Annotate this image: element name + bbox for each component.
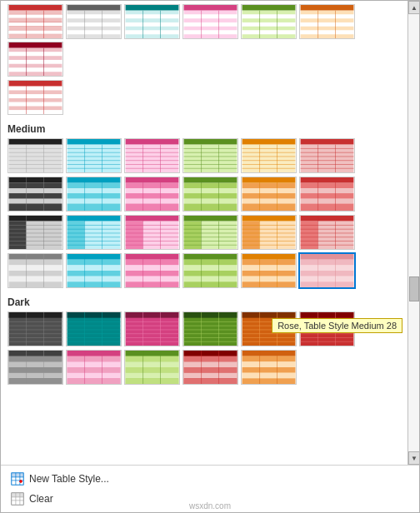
table-thumb[interactable]	[182, 177, 238, 212]
svg-rect-273	[68, 265, 121, 271]
svg-rect-16	[68, 5, 121, 11]
table-thumb[interactable]	[124, 350, 180, 385]
svg-rect-293	[184, 276, 238, 282]
table-styles-panel: Medium	[0, 0, 420, 513]
table-thumb[interactable]	[124, 138, 180, 173]
svg-rect-326	[68, 312, 121, 318]
table-thumb[interactable]	[182, 311, 238, 346]
table-thumb[interactable]	[182, 350, 238, 385]
table-thumb[interactable]	[299, 177, 355, 212]
table-thumb[interactable]	[8, 4, 63, 39]
table-thumb[interactable]	[124, 177, 180, 212]
svg-rect-307	[301, 254, 354, 260]
svg-rect-155	[68, 177, 121, 183]
svg-rect-281	[126, 260, 179, 266]
svg-rect-61	[301, 27, 354, 31]
svg-rect-188	[301, 183, 354, 189]
svg-rect-299	[242, 260, 296, 266]
table-thumb[interactable]	[299, 215, 355, 250]
table-thumb[interactable]	[241, 253, 297, 288]
svg-rect-413	[242, 356, 296, 362]
table-thumb[interactable]	[182, 253, 238, 288]
svg-rect-157	[68, 188, 121, 193]
svg-rect-378	[9, 361, 62, 367]
svg-rect-23	[68, 34, 121, 38]
style-tooltip: Rose, Table Style Medium 28	[272, 318, 402, 333]
table-thumb-selected[interactable]	[299, 253, 355, 288]
scrollbar-thumb[interactable]	[409, 276, 419, 301]
svg-rect-179	[242, 177, 296, 183]
table-thumb[interactable]	[241, 177, 297, 212]
svg-rect-51	[242, 27, 296, 31]
svg-rect-176	[184, 203, 238, 211]
scroll-down-button[interactable]: ▼	[408, 451, 419, 465]
table-thumb[interactable]	[66, 4, 122, 39]
table-thumb[interactable]	[124, 4, 180, 39]
light-styles-grid2	[8, 80, 412, 115]
table-thumb[interactable]	[299, 4, 355, 39]
table-thumb[interactable]	[124, 253, 180, 288]
table-thumb[interactable]	[299, 138, 355, 173]
table-thumb[interactable]	[241, 4, 297, 39]
svg-rect-294	[184, 281, 238, 287]
dark-row2	[8, 350, 412, 385]
clear-icon	[11, 492, 24, 506]
table-thumb[interactable]	[8, 350, 63, 385]
scrollbar-track[interactable]	[408, 14, 419, 451]
svg-rect-148	[9, 183, 62, 189]
table-thumb[interactable]	[182, 138, 238, 173]
table-thumb[interactable]	[241, 215, 297, 250]
svg-rect-407	[184, 373, 238, 379]
svg-rect-163	[126, 177, 179, 183]
svg-rect-80	[9, 98, 62, 102]
table-thumb[interactable]	[8, 138, 63, 173]
svg-rect-265	[9, 271, 62, 276]
new-table-style-item[interactable]: New Table Style...	[8, 469, 412, 489]
table-thumb[interactable]	[66, 311, 122, 346]
svg-rect-79	[9, 94, 62, 98]
svg-rect-262	[9, 254, 62, 260]
svg-rect-171	[184, 177, 238, 183]
table-thumb[interactable]	[241, 138, 297, 173]
table-thumb[interactable]	[124, 215, 180, 250]
svg-rect-439	[12, 501, 16, 505]
svg-rect-56	[301, 5, 354, 11]
table-thumb[interactable]	[8, 253, 63, 288]
svg-rect-394	[126, 351, 179, 356]
svg-rect-405	[184, 361, 238, 367]
svg-rect-184	[242, 203, 296, 211]
svg-rect-206	[68, 216, 121, 222]
table-thumb[interactable]	[66, 177, 122, 212]
table-thumb[interactable]	[66, 350, 122, 385]
svg-rect-422	[16, 473, 20, 477]
table-thumb[interactable]	[124, 311, 180, 346]
table-thumb[interactable]	[8, 42, 63, 77]
dark-section-label: Dark	[8, 291, 412, 311]
svg-rect-425	[16, 477, 20, 481]
table-thumb[interactable]	[182, 4, 238, 39]
scrollbar: ▲ ▼	[408, 1, 419, 465]
svg-rect-150	[9, 193, 62, 199]
svg-rect-395	[126, 356, 179, 362]
table-thumb[interactable]	[66, 253, 122, 288]
svg-rect-40	[184, 22, 238, 27]
table-thumb[interactable]	[66, 215, 122, 250]
styles-scroll-area[interactable]: Medium	[1, 1, 419, 465]
svg-rect-385	[68, 351, 121, 356]
medium-row1	[8, 138, 412, 173]
svg-rect-421	[12, 473, 16, 477]
table-thumb[interactable]	[8, 177, 63, 212]
svg-rect-47	[242, 11, 296, 15]
table-thumb[interactable]	[241, 350, 297, 385]
table-thumb[interactable]	[8, 80, 63, 115]
table-thumb[interactable]	[66, 138, 122, 173]
svg-rect-127	[242, 139, 296, 145]
scroll-up-button[interactable]: ▲	[408, 1, 419, 14]
svg-rect-303	[242, 281, 296, 287]
svg-rect-31	[126, 27, 179, 31]
svg-rect-53	[242, 34, 296, 38]
table-thumb[interactable]	[182, 215, 238, 250]
table-thumb[interactable]	[8, 215, 63, 250]
svg-rect-3	[9, 14, 62, 18]
table-thumb[interactable]	[8, 311, 63, 346]
